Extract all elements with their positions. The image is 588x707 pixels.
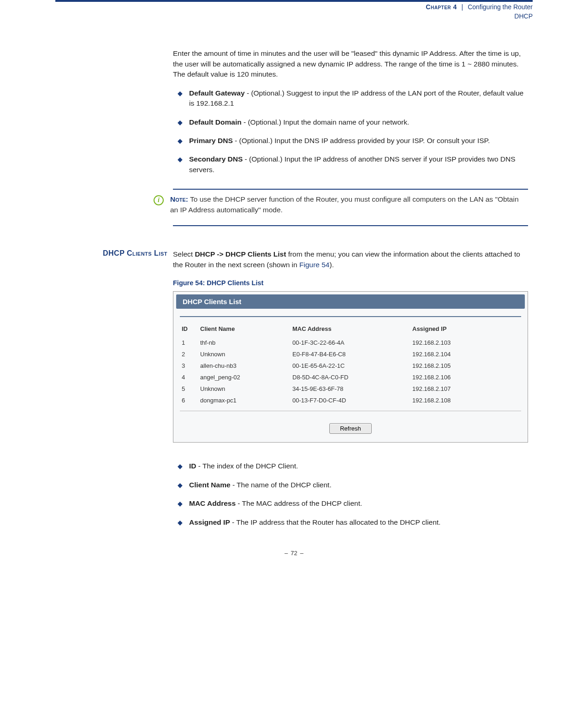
bullet-term: Client Name: [189, 481, 231, 489]
bullet-desc: - The IP address that the Router has all…: [230, 518, 441, 526]
section-heading: DHCP Clients List: [103, 249, 167, 257]
bullet-term: ID: [189, 462, 196, 470]
chapter-title: Configuring the Router: [468, 3, 533, 11]
cell-id: 5: [180, 383, 198, 395]
diamond-icon: ◆: [178, 461, 183, 471]
bullet-default-domain: ◆ Default Domain - (Optional.) Input the…: [173, 117, 528, 127]
diamond-icon: ◆: [178, 480, 183, 490]
cell-ip: 192.168.2.103: [410, 337, 521, 348]
cell-id: 2: [180, 348, 198, 360]
bullet-primary-dns: ◆ Primary DNS - (Optional.) Input the DN…: [173, 136, 528, 146]
bullet-client-name: ◆ Client Name - The name of the DHCP cli…: [173, 480, 528, 490]
screenshot-rule: [180, 316, 521, 317]
bullet-term: Primary DNS: [189, 137, 233, 144]
bullet-term: Default Gateway: [189, 89, 245, 97]
header-section: DHCP: [55, 12, 533, 21]
info-icon: i: [154, 195, 164, 205]
cell-ip: 192.168.2.106: [410, 371, 521, 383]
note-rule-top: [173, 189, 528, 190]
bullet-desc: - The index of the DHCP Client.: [196, 462, 298, 470]
cell-name: Unknown: [198, 348, 291, 360]
cell-ip: 192.168.2.107: [410, 383, 521, 395]
section-para-pre: Select: [173, 250, 195, 258]
note-rule-bottom: [173, 225, 528, 226]
cell-id: 4: [180, 371, 198, 383]
refresh-button[interactable]: Refresh: [329, 423, 372, 434]
diamond-icon: ◆: [178, 154, 183, 164]
diamond-icon: ◆: [178, 517, 183, 527]
cell-mac: 00-1F-3C-22-66-4A: [291, 337, 410, 348]
cell-name: Unknown: [198, 383, 291, 395]
cell-name: allen-chu-nb3: [198, 360, 291, 371]
diamond-icon: ◆: [178, 117, 183, 127]
cell-mac: 00-13-F7-D0-CF-4D: [291, 395, 410, 406]
diamond-icon: ◆: [178, 498, 183, 509]
cell-mac: 34-15-9E-63-6F-78: [291, 383, 410, 395]
bullet-term: Secondary DNS: [189, 155, 243, 163]
cell-mac: 00-1E-65-6A-22-1C: [291, 360, 410, 371]
table-row: 2 Unknown E0-F8-47-B4-E6-C8 192.168.2.10…: [180, 348, 521, 360]
bullet-desc: - (Optional.) Input the DNS IP address p…: [233, 137, 490, 144]
bullet-mac-address: ◆ MAC Address - The MAC address of the D…: [173, 498, 528, 509]
diamond-icon: ◆: [178, 136, 183, 146]
table-row: 6 dongmax-pc1 00-13-F7-D0-CF-4D 192.168.…: [180, 395, 521, 406]
cell-id: 3: [180, 360, 198, 371]
section-para-end: ).: [329, 261, 333, 269]
bullet-default-gateway: ◆ Default Gateway - (Optional.) Suggest …: [173, 88, 528, 109]
page-footer: –72–: [55, 536, 533, 561]
section-para-bold: DHCP -> DHCP Clients List: [195, 250, 286, 258]
cell-name: dongmax-pc1: [198, 395, 291, 406]
bullet-secondary-dns: ◆ Secondary DNS - (Optional.) Input the …: [173, 154, 528, 175]
cell-mac: E0-F8-47-B4-E6-C8: [291, 348, 410, 360]
cell-mac: D8-5D-4C-8A-C0-FD: [291, 371, 410, 383]
bullet-desc: - (Optional.) Input the domain name of y…: [242, 118, 410, 126]
col-header-id: ID: [180, 323, 198, 337]
cell-name: thf-nb: [198, 337, 291, 348]
dhcp-clients-screenshot: DHCP Clients List ID Client Name MAC Add…: [173, 291, 528, 443]
cell-id: 1: [180, 337, 198, 348]
chapter-label: Chapter 4: [426, 3, 457, 11]
table-row: 3 allen-chu-nb3 00-1E-65-6A-22-1C 192.16…: [180, 360, 521, 371]
lease-time-paragraph: Enter the amount of time in minutes and …: [173, 48, 528, 79]
col-header-name: Client Name: [198, 323, 291, 337]
figure-reference: Figure 54: [299, 261, 329, 269]
bullet-assigned-ip: ◆ Assigned IP - The IP address that the …: [173, 517, 528, 527]
bullet-id: ◆ ID - The index of the DHCP Client.: [173, 461, 528, 471]
note-block: i Note: To use the DHCP server function …: [173, 189, 528, 226]
screenshot-title: DHCP Clients List: [176, 294, 525, 309]
cell-id: 6: [180, 395, 198, 406]
note-label: Note:: [170, 195, 188, 203]
bullet-term: Assigned IP: [189, 518, 230, 526]
bullet-term: MAC Address: [189, 499, 236, 507]
dhcp-clients-table: ID Client Name MAC Address Assigned IP 1…: [180, 323, 521, 406]
table-row: 4 angel_peng-02 D8-5D-4C-8A-C0-FD 192.16…: [180, 371, 521, 383]
page-number: 72: [291, 550, 297, 557]
note-text: To use the DHCP server function of the R…: [170, 195, 519, 213]
header-separator: |: [459, 3, 466, 11]
table-row: 5 Unknown 34-15-9E-63-6F-78 192.168.2.10…: [180, 383, 521, 395]
cell-ip: 192.168.2.105: [410, 360, 521, 371]
cell-ip: 192.168.2.104: [410, 348, 521, 360]
bullet-desc: - The MAC address of the DHCP client.: [236, 499, 362, 507]
running-header: Chapter 4 | Configuring the Router DHCP: [55, 3, 533, 48]
bullet-desc: - The name of the DHCP client.: [231, 481, 332, 489]
col-header-ip: Assigned IP: [410, 323, 521, 337]
bullet-term: Default Domain: [189, 118, 242, 126]
cell-ip: 192.168.2.108: [410, 395, 521, 406]
figure-caption: Figure 54: DHCP Clients List: [173, 279, 528, 287]
header-rule-thick: [55, 0, 533, 2]
col-header-mac: MAC Address: [291, 323, 410, 337]
section-paragraph: Select DHCP -> DHCP Clients List from th…: [173, 249, 528, 270]
diamond-icon: ◆: [178, 88, 183, 98]
table-row: 1 thf-nb 00-1F-3C-22-66-4A 192.168.2.103: [180, 337, 521, 348]
screenshot-rule-thin: [180, 411, 521, 411]
cell-name: angel_peng-02: [198, 371, 291, 383]
